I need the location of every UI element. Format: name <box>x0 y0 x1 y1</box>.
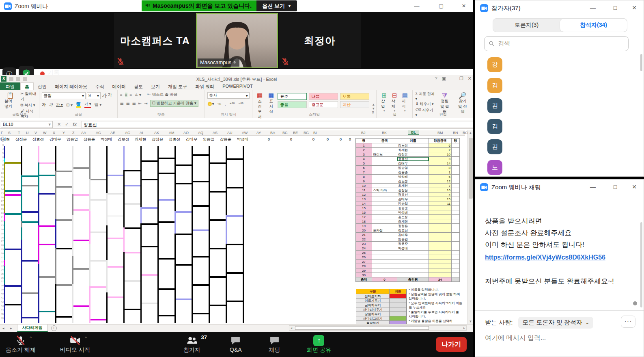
table-cell[interactable]: 2 <box>356 148 372 152</box>
table-cell[interactable]: 4 <box>429 193 452 197</box>
phonetic-icon[interactable]: 뱀 ▾ <box>94 102 101 108</box>
table-cell[interactable]: 11 <box>429 201 452 206</box>
cell-style-option[interactable]: 좋음 <box>278 101 307 108</box>
table-cell[interactable] <box>372 260 397 264</box>
sheet-nav-arrows[interactable]: ◂ ▸ <box>0 326 17 330</box>
table-cell[interactable] <box>397 255 429 260</box>
increase-indent-icon[interactable]: ⇥ <box>144 101 147 106</box>
font-color-icon[interactable]: 가 ▾ <box>84 102 91 108</box>
table-cell[interactable] <box>429 260 452 264</box>
table-cell[interactable] <box>452 251 460 255</box>
table-cell[interactable] <box>372 201 397 206</box>
column-header[interactable]: W <box>43 131 47 135</box>
legend-button[interactable] <box>390 316 407 321</box>
table-cell[interactable] <box>452 143 460 148</box>
column-header[interactable]: BK <box>382 131 387 135</box>
table-cell[interactable]: 7 <box>429 184 452 188</box>
table-cell[interactable]: 5 <box>429 175 452 179</box>
participants-close-button[interactable]: ✕ <box>628 3 640 13</box>
sheet-tab[interactable]: 사다리게임 <box>17 325 48 332</box>
font-size-select[interactable]: 9▾ <box>87 92 101 99</box>
table-cell[interactable] <box>452 273 460 277</box>
table-cell[interactable]: 13 <box>356 197 372 201</box>
participant-row[interactable]: 김 <box>487 98 502 113</box>
table-cell[interactable]: 19 <box>356 224 372 228</box>
increase-decimal-icon[interactable]: ⁺⁰⁰ <box>230 102 235 106</box>
table-cell[interactable] <box>452 228 460 233</box>
percent-style-icon[interactable]: % <box>218 102 221 106</box>
table-cell[interactable] <box>452 268 460 273</box>
table-cell[interactable] <box>372 273 397 277</box>
legend-button[interactable] <box>390 303 407 307</box>
table-cell[interactable] <box>397 268 429 273</box>
participant-row[interactable]: 김 <box>487 139 502 154</box>
table-cell[interactable] <box>372 219 397 224</box>
table-cell[interactable]: 박성배 <box>397 175 429 179</box>
table-cell[interactable]: 2 <box>429 148 452 152</box>
table-cell[interactable]: 김태우 <box>397 233 429 237</box>
fill-button[interactable]: ⬇ 채우기 ▾ <box>415 102 435 107</box>
close-button[interactable]: ✕ <box>456 2 472 11</box>
shrink-font-icon[interactable]: 가 <box>108 92 112 99</box>
fill-color-icon[interactable]: 🪣 <box>76 102 81 108</box>
table-cell[interactable]: 8 <box>356 175 372 179</box>
table-cell[interactable]: 하리보 <box>372 152 397 157</box>
column-header[interactable]: AE <box>110 131 115 135</box>
table-cell[interactable]: 1 <box>356 143 372 148</box>
fx-icon[interactable]: fx <box>73 122 77 127</box>
table-cell[interactable]: 30 <box>356 273 372 277</box>
video-tile-right[interactable]: 최정아 <box>279 13 361 68</box>
table-cell[interactable]: 15 <box>429 197 452 201</box>
table-cell[interactable] <box>429 255 452 260</box>
column-header[interactable]: BM <box>437 131 443 135</box>
table-cell[interactable]: 장용준 <box>397 206 429 210</box>
excel-minimize-button[interactable]: — <box>450 76 455 81</box>
legend-button[interactable] <box>390 299 407 303</box>
table-cell[interactable] <box>372 157 397 161</box>
participants-tab-1[interactable]: 토론자(3) <box>493 19 560 32</box>
table-cell[interactable] <box>397 260 429 264</box>
table-cell[interactable] <box>429 210 452 215</box>
table-cell[interactable]: 김보성 <box>397 179 429 184</box>
column-header[interactable]: BI <box>313 131 317 135</box>
align-right-icon[interactable]: ☰ <box>132 101 136 106</box>
table-cell[interactable] <box>452 161 460 166</box>
table-cell[interactable]: 28 <box>356 264 372 268</box>
table-cell[interactable] <box>429 224 452 228</box>
table-cell[interactable] <box>429 237 452 242</box>
table-cell[interactable] <box>452 210 460 215</box>
video-caret-icon[interactable]: ⌃ <box>84 336 88 340</box>
column-header[interactable]: Y <box>62 131 65 135</box>
table-cell[interactable]: 16 <box>356 210 372 215</box>
chat-close-button[interactable]: ✕ <box>628 182 640 192</box>
table-cell[interactable] <box>452 152 460 157</box>
table-cell[interactable] <box>372 264 397 268</box>
column-header[interactable]: S <box>8 131 11 135</box>
table-cell[interactable]: 임승일 <box>397 166 429 170</box>
table-cell[interactable]: 정효선 <box>397 157 429 161</box>
table-cell[interactable]: 정효선 <box>397 228 429 233</box>
table-cell[interactable]: 29 <box>356 268 372 273</box>
table-cell[interactable] <box>397 273 429 277</box>
borders-icon[interactable]: ⊞ ▾ <box>66 103 73 107</box>
italic-icon[interactable]: 가 <box>49 102 53 108</box>
qa-button[interactable]: Q&A <box>230 334 242 353</box>
table-cell[interactable]: 박성배 <box>397 210 429 215</box>
table-cell[interactable]: 7 <box>356 170 372 175</box>
table-cell[interactable] <box>429 273 452 277</box>
table-cell[interactable]: 17 <box>356 215 372 219</box>
column-header[interactable]: BJ <box>361 131 366 135</box>
legend-button[interactable] <box>390 312 407 316</box>
participants-maximize-button[interactable]: □ <box>609 3 621 13</box>
table-cell[interactable]: 장정은 <box>397 224 429 228</box>
table-cell[interactable] <box>452 166 460 170</box>
bold-icon[interactable]: 가 <box>42 102 46 108</box>
participants-minimize-button[interactable]: — <box>587 3 599 13</box>
cell-style-option[interactable]: 나쁨 <box>309 93 338 100</box>
align-middle-icon[interactable]: ≡ <box>125 93 127 97</box>
table-header-cell[interactable]: 이름 <box>397 138 429 143</box>
row-header[interactable]: 3 <box>0 144 4 146</box>
legend-button[interactable] <box>390 321 407 324</box>
chat-button[interactable]: 채팅 <box>269 334 280 354</box>
merge-center-button[interactable]: ⊟ 병합하고 가운데 맞춤 ▾ <box>150 100 198 107</box>
